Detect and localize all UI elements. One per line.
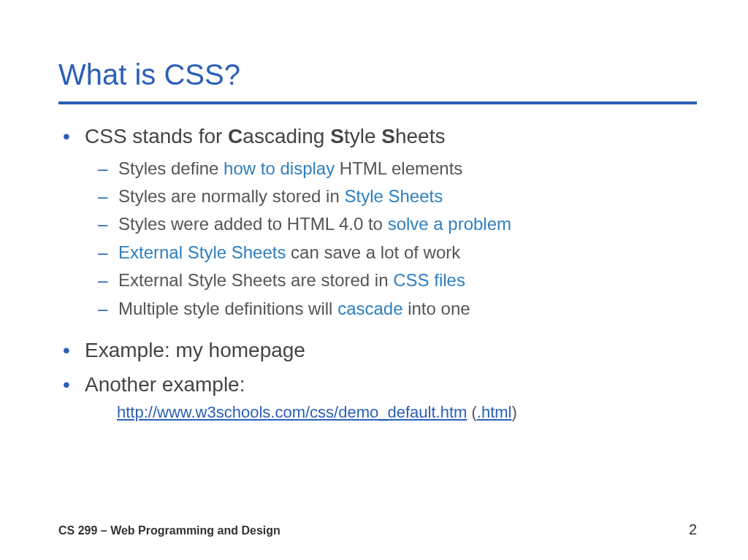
- text: HTML elements: [335, 158, 462, 178]
- highlight: Style Sheets: [344, 186, 443, 206]
- text: Another example:: [85, 373, 245, 396]
- sub-bullet-3: Styles were added to HTML 4.0 to solve a…: [118, 210, 697, 238]
- bullet-3: Another example: http://www.w3schools.co…: [85, 370, 697, 424]
- bold-c: C: [228, 125, 243, 147]
- text: can save a lot of work: [286, 242, 460, 262]
- highlight: solve a problem: [388, 214, 511, 234]
- paren-open: (: [467, 403, 476, 421]
- paren-close: ): [511, 403, 516, 421]
- highlight: cascade: [337, 299, 402, 318]
- text: Styles were added to HTML 4.0 to: [118, 214, 388, 234]
- sub-bullet-1: Styles define how to display HTML elemen…: [118, 155, 697, 183]
- sub-bullet-list: Styles define how to display HTML elemen…: [85, 155, 697, 323]
- bold-s1: S: [330, 125, 344, 147]
- text: External Style Sheets are stored in: [118, 270, 393, 290]
- html-link[interactable]: .html: [477, 403, 512, 421]
- example-link[interactable]: http://www.w3schools.com/css/demo_defaul…: [117, 403, 467, 421]
- highlight: how to display: [224, 158, 335, 178]
- text: ascading: [243, 125, 330, 147]
- text: Styles define: [118, 158, 224, 178]
- bold-s2: S: [381, 125, 395, 147]
- sub-bullet-6: Multiple style definitions will cascade …: [118, 295, 697, 323]
- bullet-2: Example: my homepage: [85, 336, 697, 366]
- slide-title: What is CSS?: [58, 58, 697, 91]
- text: Multiple style definitions will: [118, 299, 337, 318]
- text: tyle: [344, 125, 381, 147]
- sub-bullet-5: External Style Sheets are stored in CSS …: [118, 266, 697, 294]
- footer: CS 299 – Web Programming and Design 2: [58, 521, 697, 538]
- text: into one: [403, 299, 470, 318]
- text: CSS stands for: [85, 125, 228, 147]
- footer-course: CS 299 – Web Programming and Design: [58, 524, 280, 537]
- title-rule: [58, 101, 697, 104]
- sub-bullet-4: External Style Sheets can save a lot of …: [118, 239, 697, 266]
- text: Styles are normally stored in: [118, 186, 344, 206]
- highlight: CSS files: [393, 270, 465, 290]
- slide: What is CSS? CSS stands for Cascading St…: [0, 0, 748, 560]
- sub-bullet-2: Styles are normally stored in Style Shee…: [118, 183, 697, 210]
- text: heets: [395, 125, 446, 147]
- footer-page-number: 2: [689, 521, 697, 538]
- bullet-list: CSS stands for Cascading Style Sheets St…: [58, 122, 697, 424]
- bullet-1: CSS stands for Cascading Style Sheets St…: [85, 122, 697, 323]
- example-link-line: http://www.w3schools.com/css/demo_defaul…: [117, 401, 697, 424]
- highlight: External Style Sheets: [118, 242, 286, 262]
